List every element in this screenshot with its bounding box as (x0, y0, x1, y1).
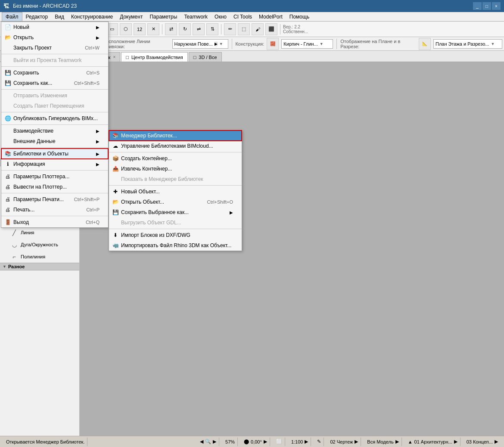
status-floor1: ▲ 01 Архитектурн... ▶ (405, 438, 460, 446)
display-dropdown[interactable]: План Этажа и Разрезо... ▼ (433, 39, 502, 49)
location-dropdown[interactable]: Наружная Пове... ▶ ▼ (172, 39, 228, 49)
menu-ci[interactable]: CI Tools (230, 12, 255, 22)
menu-open[interactable]: 📂 Открыть ▶ (1, 32, 108, 43)
nav-next-icon[interactable]: ▶ (213, 439, 216, 444)
tab-interaction-center[interactable]: □ Центр Взаимодействия (121, 52, 187, 62)
menu-info[interactable]: ℹ Информация ▶ (1, 159, 108, 169)
submenu-extract-container[interactable]: 📤 Извлечь Контейнер... (109, 164, 242, 174)
sep7 (232, 39, 232, 49)
menu-window[interactable]: Окно (211, 12, 230, 22)
tab-close-1[interactable]: × (113, 55, 115, 59)
mirror-btn[interactable]: ⇌ (193, 23, 205, 35)
submenu-new-object[interactable]: ✚ Новый Объект... (109, 186, 242, 197)
sep-2 (1, 66, 108, 67)
submenu-create-container[interactable]: 📦 Создать Контейнер... (109, 153, 242, 164)
menu-plot[interactable]: 🖨 Вывести на Плоттер... (1, 182, 108, 192)
menu-interaction[interactable]: Взаимодействие ▶ (1, 126, 108, 136)
nav-prev-icon[interactable]: ◀ (200, 439, 203, 444)
menu-modelport[interactable]: ModelPort (255, 12, 286, 22)
menu-close-project[interactable]: Закрыть Проект Ctrl+W (1, 43, 108, 53)
info-arrow: ▶ (96, 162, 100, 167)
submenu-library-manager[interactable]: 📚 Менеджер Библиотек... (109, 130, 242, 141)
fill-btn[interactable]: ⬛ (265, 23, 277, 35)
menu-save-as[interactable]: 💾 Сохранить как... Ctrl+Shift+S (1, 78, 108, 88)
menu-document[interactable]: Документ (116, 12, 146, 22)
floor1-arrow[interactable]: ▶ (454, 439, 457, 444)
layer-arrow[interactable]: ▶ (355, 439, 358, 444)
scale-arrow[interactable]: ▶ (305, 439, 308, 444)
menu-libraries[interactable]: 📚 Библиотеки и Объекты ▶ (1, 149, 108, 159)
unload-gdl-icon (112, 219, 119, 227)
sep5 (280, 24, 280, 34)
menu-design[interactable]: Конструирование (68, 12, 116, 22)
rotate-btn[interactable]: ↻ (179, 23, 191, 35)
print-params-icon: 🖨 (4, 196, 12, 203)
menu-teamwork[interactable]: Teamwork (180, 12, 211, 22)
stretch-btn[interactable]: ⇅ (206, 23, 218, 35)
submenu-import-dxf[interactable]: ⬇ Импорт Блоков из DXF/DWG (109, 230, 242, 240)
libraries-icon: 📚 (4, 150, 12, 158)
submenu-open-object[interactable]: 📂 Открыть Объект... Ctrl+Shift+O (109, 197, 242, 207)
erase-btn[interactable]: ⬚ (238, 23, 250, 35)
menu-exit[interactable]: 🚪 Выход Ctrl+Q (1, 217, 108, 227)
import-rhino-icon: 🦏 (112, 242, 119, 249)
submenu-show-in-manager: Показать в Менеджере Библиотек (109, 174, 242, 184)
display-chevron: ▼ (491, 42, 495, 46)
move-btn[interactable]: ⇄ (165, 23, 177, 35)
angle-arrow[interactable]: ▶ (264, 439, 267, 444)
exit-shortcut: Ctrl+Q (86, 220, 100, 225)
status-model: Вся Модель ▶ (364, 438, 401, 446)
misc-section-header[interactable]: ▼ Разное (0, 263, 79, 270)
menu-print-params[interactable]: 🖨 Параметры Печати... Ctrl+Shift+P (1, 194, 108, 205)
title-bar: 🏗 Без имени - ARCHICAD 23 _ □ × (0, 0, 504, 12)
menu-file[interactable]: Файл (2, 12, 22, 22)
sep-7 (1, 170, 108, 171)
construction-icon-btn[interactable]: 🧱 (267, 38, 279, 50)
maximize-button[interactable]: □ (482, 2, 491, 10)
send-icon (4, 92, 12, 99)
submenu-save-selected[interactable]: 💾 Сохранить Выбранное как... ▶ (109, 207, 242, 217)
submenu-import-rhino[interactable]: 🦏 Импортировать Файл Rhino 3DM как Объек… (109, 240, 242, 251)
sep4 (221, 24, 221, 34)
menu-new[interactable]: 📄 Новый ▶ (1, 22, 108, 32)
sep-3 (1, 89, 108, 90)
save-as-shortcut: Ctrl+Shift+S (74, 81, 100, 86)
menu-print[interactable]: 🖨 Печать... Ctrl+P (1, 205, 108, 215)
close-shape-btn[interactable]: ✕ (147, 23, 159, 35)
menu-edit[interactable]: Редактор (22, 12, 52, 22)
menu-options[interactable]: Параметры (146, 12, 180, 22)
tool-line[interactable]: ╱ Линия (0, 227, 79, 239)
floor2-arrow[interactable]: ▶ (495, 439, 498, 444)
close-button[interactable]: × (492, 2, 501, 10)
construction-dropdown[interactable]: Кирпич - Глин... ▼ (281, 39, 333, 49)
menu-view[interactable]: Вид (51, 12, 68, 22)
tool-arc[interactable]: ◡ Дуга/Окружность (0, 239, 79, 251)
status-layer: 02 Чертеж ▶ (327, 438, 361, 446)
window-controls: _ □ × (473, 2, 501, 10)
poly-btn[interactable]: ⬡ (120, 23, 132, 35)
new-submenu-arrow: ▶ (96, 25, 100, 30)
menu-external-data[interactable]: Внешние Данные ▶ (1, 136, 108, 146)
measure-btn[interactable]: 12 (134, 23, 146, 35)
display-icon-btn[interactable]: 📐 (419, 38, 431, 50)
minimize-button[interactable]: _ (473, 2, 482, 10)
menu-help[interactable]: Помощь (286, 12, 313, 22)
sep3 (162, 24, 162, 34)
menu-publish-bimx[interactable]: 🌐 Опубликовать Гипермодель BIMx... (1, 113, 108, 124)
construction-chevron: ▼ (320, 42, 324, 46)
model-arrow[interactable]: ▶ (395, 439, 399, 444)
sep-5 (1, 124, 108, 125)
libraries-submenu-dropdown: 📚 Менеджер Библиотек... ☁ Управление Биб… (109, 130, 242, 251)
paint-btn[interactable]: 🖌 (252, 23, 264, 35)
submenu-bimcloud-libraries[interactable]: ☁ Управление Библиотеками BIMcloud... (109, 141, 242, 151)
pencil-btn[interactable]: ✏ (224, 23, 236, 35)
location-label: Расположение Линии Привязки: (103, 39, 169, 49)
tool-polyline[interactable]: ⌐ Полилиния (0, 251, 79, 263)
menu-plotter-params[interactable]: 🖨 Параметры Плоттера... (1, 171, 108, 182)
menu-save[interactable]: 💾 Сохранить Ctrl+S (1, 68, 108, 78)
tab-3d[interactable]: □ 3D / Все (189, 52, 222, 62)
nav-zoom-icon[interactable]: 🔍 (205, 439, 211, 444)
status-nav: ◀ 🔍 ▶ (197, 438, 219, 446)
location-arrow[interactable]: ▶ (215, 42, 218, 46)
libraries-arrow: ▶ (96, 152, 100, 156)
